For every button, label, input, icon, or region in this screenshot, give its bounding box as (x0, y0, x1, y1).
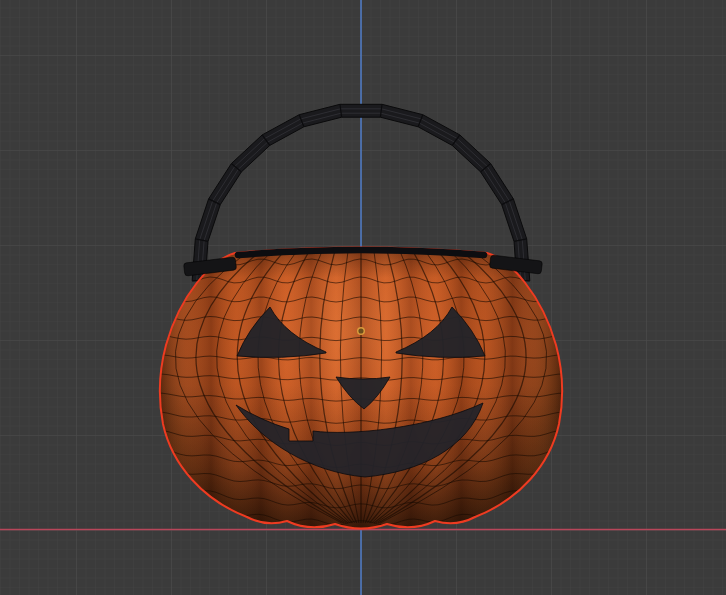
pumpkin-basket-object[interactable] (150, 240, 576, 540)
object-origin-dot[interactable] (358, 328, 365, 335)
3d-viewport[interactable] (0, 0, 726, 595)
viewport-canvas[interactable] (0, 0, 726, 595)
